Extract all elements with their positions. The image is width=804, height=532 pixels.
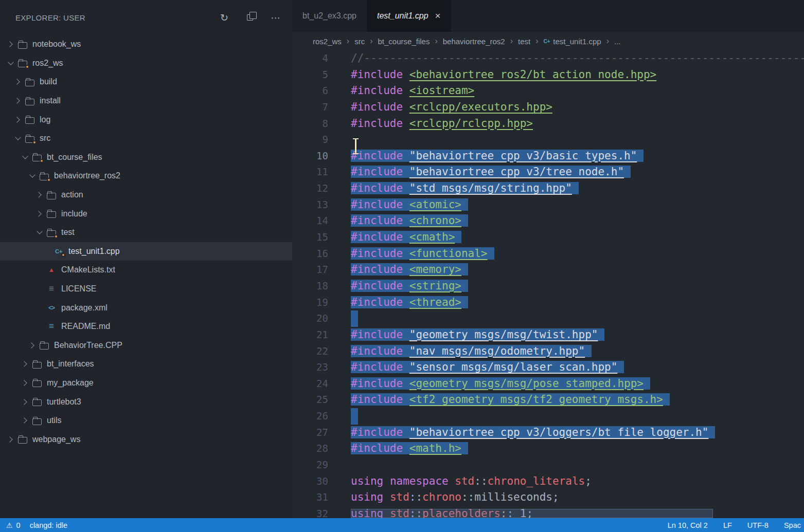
tree-item-ros2-ws[interactable]: ros2_ws bbox=[0, 54, 292, 73]
line-number[interactable]: 4 bbox=[292, 50, 328, 67]
tree-item-build[interactable]: build bbox=[0, 72, 292, 91]
line-number[interactable]: 10 bbox=[292, 148, 328, 164]
code-line-30[interactable]: 30using namespace std::chrono_literals; bbox=[292, 473, 804, 490]
chevron-right-icon[interactable] bbox=[28, 341, 37, 350]
code-line-19[interactable]: 19#include <thread> bbox=[292, 295, 804, 311]
chevron-right-icon[interactable] bbox=[13, 78, 22, 86]
breadcrumb-item-ros2_ws[interactable]: ros2_ws bbox=[313, 37, 342, 46]
chevron-down-icon[interactable] bbox=[35, 228, 44, 237]
tree-item-my-package[interactable]: my_package bbox=[0, 374, 292, 393]
line-number[interactable]: 16 bbox=[292, 246, 328, 262]
code-line-8[interactable]: 8#include <rclcpp/rclcpp.hpp> bbox=[292, 116, 804, 132]
status-cursor-position[interactable]: Ln 10, Col 2 bbox=[668, 521, 708, 529]
code-line-12[interactable]: 12#include "std_msgs/msg/string.hpp" bbox=[292, 180, 804, 197]
chevron-right-icon[interactable] bbox=[21, 416, 29, 425]
code-line-28[interactable]: 28#include <math.h> bbox=[292, 441, 804, 457]
chevron-right-icon[interactable] bbox=[35, 191, 44, 199]
line-number[interactable]: 7 bbox=[292, 99, 328, 116]
tree-item-action[interactable]: action bbox=[0, 186, 292, 205]
tab-bt-u2-ex3-cpp[interactable]: bt_u2_ex3.cpp bbox=[292, 0, 367, 32]
code-line-25[interactable]: 25#include <tf2_geometry_msgs/tf2_geomet… bbox=[292, 392, 804, 408]
code-line-13[interactable]: 13#include <atomic> bbox=[292, 197, 804, 213]
tree-item-package-xml[interactable]: <>package.xml bbox=[0, 298, 292, 317]
breadcrumb-item-behaviortree_ros2[interactable]: behaviortree_ros2 bbox=[443, 37, 505, 46]
line-number[interactable]: 9 bbox=[292, 132, 328, 148]
code-line-20[interactable]: 20 bbox=[292, 310, 804, 327]
code-line-5[interactable]: 5#include <behaviortree_ros2/bt_action_n… bbox=[292, 67, 804, 83]
code-line-18[interactable]: 18#include <string> bbox=[292, 278, 804, 295]
split-editor-icon[interactable] bbox=[245, 12, 255, 23]
code-line-6[interactable]: 6#include <iostream> bbox=[292, 83, 804, 99]
code-line-22[interactable]: 22#include "nav_msgs/msg/odometry.hpp" bbox=[292, 343, 804, 360]
tree-item-readme-md[interactable]: ≡README.md bbox=[0, 317, 292, 336]
line-number[interactable]: 27 bbox=[292, 425, 328, 441]
more-actions-icon[interactable]: ⋯ bbox=[271, 12, 281, 23]
line-number[interactable]: 21 bbox=[292, 327, 328, 343]
code-line-9[interactable]: 9 bbox=[292, 132, 804, 148]
breadcrumb-item-src[interactable]: src bbox=[354, 37, 365, 46]
line-number[interactable]: 22 bbox=[292, 343, 328, 360]
tree-item-log[interactable]: log bbox=[0, 110, 292, 129]
line-number[interactable]: 29 bbox=[292, 457, 328, 473]
code-area[interactable]: 4//-------------------------------------… bbox=[292, 50, 804, 518]
code-line-14[interactable]: 14#include <chrono> bbox=[292, 213, 804, 229]
breadcrumb-item-test[interactable]: test bbox=[518, 37, 530, 46]
line-number[interactable]: 8 bbox=[292, 116, 328, 132]
line-number[interactable]: 28 bbox=[292, 441, 328, 457]
chevron-right-icon[interactable] bbox=[21, 360, 29, 369]
tree-item-webpage-ws[interactable]: webpage_ws bbox=[0, 430, 292, 449]
code-line-29[interactable]: 29 bbox=[292, 457, 804, 473]
code-line-11[interactable]: 11#include "behaviortree_cpp_v3/tree_nod… bbox=[292, 164, 804, 180]
chevron-right-icon[interactable] bbox=[6, 435, 15, 444]
code-line-15[interactable]: 15#include <cmath> bbox=[292, 229, 804, 246]
line-number[interactable]: 24 bbox=[292, 376, 328, 392]
chevron-down-icon[interactable] bbox=[21, 153, 29, 161]
tree-item-src[interactable]: src bbox=[0, 129, 292, 148]
tree-item-cmakelists-txt[interactable]: ▲CMakeLists.txt bbox=[0, 261, 292, 280]
tree-item-install[interactable]: install bbox=[0, 91, 292, 111]
tree-item-behaviortree-cpp[interactable]: BehaviorTree.CPP bbox=[0, 336, 292, 355]
chevron-right-icon[interactable] bbox=[13, 115, 22, 124]
line-number[interactable]: 30 bbox=[292, 473, 328, 490]
line-number[interactable]: 18 bbox=[292, 278, 328, 295]
line-number[interactable]: 14 bbox=[292, 213, 328, 229]
line-number[interactable]: 23 bbox=[292, 359, 328, 376]
tree-item-test-unit1-cpp[interactable]: C+test_unit1.cpp bbox=[0, 242, 292, 261]
chevron-right-icon[interactable] bbox=[13, 97, 22, 105]
tree-item-turtlebot3[interactable]: turtlebot3 bbox=[0, 392, 292, 411]
code-line-16[interactable]: 16#include <functional> bbox=[292, 246, 804, 262]
code-line-7[interactable]: 7#include <rclcpp/executors.hpp> bbox=[292, 99, 804, 116]
line-number[interactable]: 13 bbox=[292, 197, 328, 213]
tree-item-behaviortree-ros2[interactable]: behaviortree_ros2 bbox=[0, 167, 292, 186]
tree-item-bt-interfaces[interactable]: bt_interfaces bbox=[0, 355, 292, 374]
code-line-10[interactable]: 10#include "behaviortree_cpp_v3/basic_ty… bbox=[292, 148, 804, 164]
chevron-right-icon[interactable] bbox=[21, 378, 29, 387]
chevron-right-icon[interactable] bbox=[35, 209, 44, 218]
code-line-23[interactable]: 23#include "sensor_msgs/msg/laser_scan.h… bbox=[292, 359, 804, 376]
tree-item-license[interactable]: ≡LICENSE bbox=[0, 280, 292, 299]
code-line-17[interactable]: 17#include <memory> bbox=[292, 262, 804, 278]
tree-item-include[interactable]: include bbox=[0, 204, 292, 223]
tab-test-unit1-cpp[interactable]: test_unit1.cpp× bbox=[367, 0, 451, 32]
code-line-24[interactable]: 24#include <geometry_msgs/msg/pose_stamp… bbox=[292, 376, 804, 392]
chevron-down-icon[interactable] bbox=[28, 172, 37, 180]
line-number[interactable]: 17 bbox=[292, 262, 328, 278]
status-clangd-status[interactable]: clangd: idle bbox=[30, 521, 67, 529]
line-number[interactable]: 26 bbox=[292, 408, 328, 425]
chevron-down-icon[interactable] bbox=[13, 134, 22, 143]
code-line-4[interactable]: 4//-------------------------------------… bbox=[292, 50, 804, 67]
code-line-21[interactable]: 21#include "geometry_msgs/msg/twist.hpp" bbox=[292, 327, 804, 343]
horizontal-scrollbar[interactable] bbox=[351, 509, 713, 518]
line-number[interactable]: 11 bbox=[292, 164, 328, 180]
line-number[interactable]: 19 bbox=[292, 295, 328, 311]
breadcrumb-file[interactable]: C+test_unit1.cpp bbox=[544, 37, 601, 46]
line-number[interactable]: 5 bbox=[292, 67, 328, 83]
status-eol[interactable]: LF bbox=[723, 521, 732, 529]
breadcrumb-item-bt_course_files[interactable]: bt_course_files bbox=[378, 37, 430, 46]
tree-item-notebook-ws[interactable]: notebook_ws bbox=[0, 35, 292, 54]
refresh-icon[interactable]: ↻ bbox=[219, 12, 229, 23]
status-warnings[interactable]: ⚠0 bbox=[6, 521, 21, 529]
line-number[interactable]: 15 bbox=[292, 229, 328, 246]
line-number[interactable]: 12 bbox=[292, 180, 328, 197]
code-line-27[interactable]: 27#include "behaviortree_cpp_v3/loggers/… bbox=[292, 425, 804, 441]
